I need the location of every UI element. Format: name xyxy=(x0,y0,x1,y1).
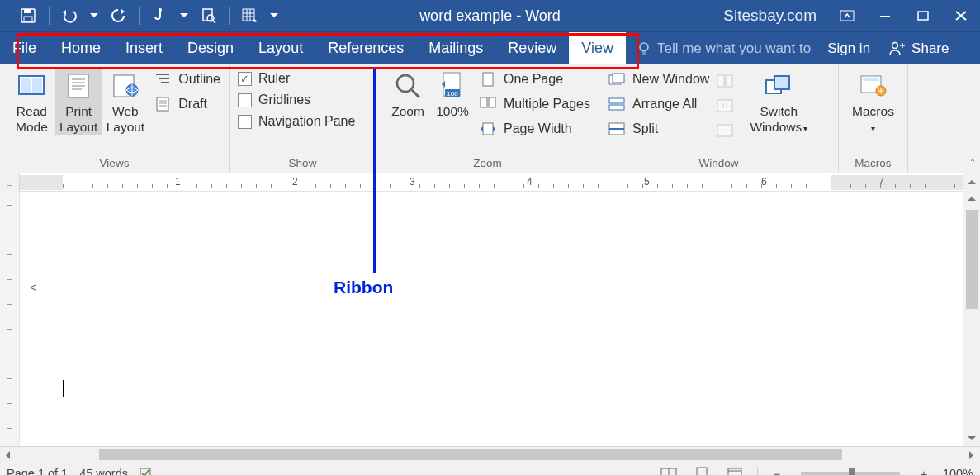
macros-button[interactable]: Macros▾ xyxy=(847,69,899,135)
tab-file[interactable]: File xyxy=(0,32,49,64)
title-bar: word example - Word Sitesbay.com xyxy=(0,0,980,31)
zoom-slider[interactable] xyxy=(801,472,900,475)
outline-button[interactable]: Outline xyxy=(154,69,220,89)
gridlines-checkbox[interactable]: Gridlines xyxy=(238,93,355,107)
quick-table-dropdown[interactable] xyxy=(267,0,282,31)
zoom-in-button[interactable]: + xyxy=(916,467,931,476)
scroll-right-button[interactable] xyxy=(963,447,980,463)
scroll-left-button[interactable] xyxy=(0,447,17,463)
zoom-out-button[interactable]: − xyxy=(769,467,784,476)
share-button[interactable]: Share xyxy=(880,32,962,64)
svg-rect-7 xyxy=(243,9,254,21)
svg-point-3 xyxy=(159,8,162,12)
web-layout-button[interactable]: Web Layout xyxy=(102,69,149,135)
read-mode-button[interactable]: Read Mode xyxy=(8,69,55,135)
navigation-pane-checkbox[interactable]: Navigation Pane xyxy=(238,114,355,129)
scrollbar-thumb[interactable] xyxy=(966,210,978,309)
tab-design[interactable]: Design xyxy=(175,32,246,64)
tab-home[interactable]: Home xyxy=(49,32,113,64)
one-page-button[interactable]: One Page xyxy=(479,69,590,89)
scroll-up-button[interactable] xyxy=(963,192,980,207)
horizontal-scrollbar[interactable] xyxy=(0,446,980,463)
redo-button[interactable] xyxy=(102,0,135,31)
vertical-ruler[interactable] xyxy=(0,192,20,446)
ribbon-display-options-button[interactable] xyxy=(828,0,866,31)
undo-dropdown[interactable] xyxy=(87,0,102,31)
annotation-label: Ribbon xyxy=(334,278,393,297)
tab-mailings[interactable]: Mailings xyxy=(416,32,495,64)
svg-rect-46 xyxy=(481,97,487,107)
close-button[interactable] xyxy=(942,0,980,31)
word-count[interactable]: 45 words xyxy=(79,467,128,475)
zoom-percent[interactable]: 100% xyxy=(943,467,973,475)
new-window-button[interactable]: New Window xyxy=(608,69,709,89)
svg-rect-12 xyxy=(840,11,854,21)
hundred-percent-button[interactable]: 100 100% xyxy=(431,69,474,135)
scroll-down-button[interactable] xyxy=(963,431,980,446)
web-layout-view-button[interactable] xyxy=(724,465,746,475)
read-mode-view-button[interactable] xyxy=(658,465,679,475)
maximize-button[interactable] xyxy=(904,0,942,31)
print-layout-view-button[interactable] xyxy=(691,465,713,475)
zoom-slider-knob[interactable] xyxy=(849,468,855,475)
svg-rect-62 xyxy=(863,78,879,81)
print-layout-button[interactable]: Print Layout xyxy=(55,69,102,135)
web-layout-icon xyxy=(111,71,140,101)
quick-table-button[interactable] xyxy=(234,0,267,31)
arrange-all-button[interactable]: Arrange All xyxy=(608,94,709,114)
page-indicator[interactable]: Page 1 of 1 xyxy=(7,467,68,475)
undo-button[interactable] xyxy=(54,0,87,31)
checkbox-empty-icon xyxy=(238,115,252,129)
tab-insert[interactable]: Insert xyxy=(113,32,175,64)
svg-rect-55 xyxy=(717,75,724,87)
h-scrollbar-thumb[interactable] xyxy=(99,449,842,460)
ruler-strip[interactable]: 1 2 3 4 5 6 7 xyxy=(20,175,963,190)
ribbon-pane: Read Mode Print Layout Web Layout xyxy=(0,64,980,173)
print-preview-button[interactable] xyxy=(192,0,225,31)
svg-point-20 xyxy=(892,42,898,48)
tab-selector[interactable]: ∟ xyxy=(0,173,20,192)
multiple-pages-button[interactable]: Multiple Pages xyxy=(479,94,590,114)
tab-layout[interactable]: Layout xyxy=(246,32,315,64)
tell-me-search[interactable]: Tell me what you want to xyxy=(626,32,817,64)
site-label: Sitesbay.com xyxy=(723,7,828,25)
tab-references[interactable]: References xyxy=(315,32,416,64)
draft-button[interactable]: Draft xyxy=(154,94,220,114)
svg-rect-51 xyxy=(609,98,624,103)
svg-rect-48 xyxy=(483,123,493,135)
document-area: < xyxy=(0,192,980,446)
svg-rect-52 xyxy=(609,105,624,110)
checkbox-checked-icon: ✓ xyxy=(238,72,252,86)
ruler-scroll-up[interactable] xyxy=(963,173,980,192)
horizontal-ruler: ∟ 1 2 3 4 5 6 7 xyxy=(0,173,980,192)
zoom-button[interactable]: Zoom xyxy=(385,69,431,135)
arrange-all-icon xyxy=(608,96,626,112)
svg-rect-14 xyxy=(918,12,928,20)
svg-line-41 xyxy=(412,90,419,97)
minimize-button[interactable] xyxy=(866,0,904,31)
split-button[interactable]: Split xyxy=(608,119,709,139)
tab-view[interactable]: View xyxy=(569,32,626,64)
group-show: ✓ Ruler Gridlines Navigation Pane Show xyxy=(230,64,376,173)
touch-mode-button[interactable] xyxy=(144,0,177,31)
svg-rect-56 xyxy=(726,75,732,87)
sign-in-link[interactable]: Sign in xyxy=(817,32,880,64)
tab-review[interactable]: Review xyxy=(495,32,569,64)
save-button[interactable] xyxy=(12,0,45,31)
qat-separator xyxy=(49,7,50,25)
magnifier-icon xyxy=(393,71,423,101)
touch-dropdown[interactable] xyxy=(177,0,192,31)
group-window: New Window Arrange All Split xyxy=(599,64,839,173)
document-canvas[interactable]: < xyxy=(20,192,963,446)
svg-point-17 xyxy=(640,43,648,51)
ruler-checkbox[interactable]: ✓ Ruler xyxy=(238,71,355,86)
svg-rect-24 xyxy=(21,78,31,93)
collapse-ribbon-button[interactable]: ˄ xyxy=(970,158,975,169)
proofing-icon[interactable] xyxy=(140,467,154,475)
vertical-scrollbar[interactable] xyxy=(963,192,980,446)
group-views-label: Views xyxy=(0,157,229,173)
share-person-icon xyxy=(888,40,905,57)
page-width-button[interactable]: Page Width xyxy=(479,119,590,139)
switch-windows-button[interactable]: Switch Windows▾ xyxy=(742,69,815,135)
ribbon-tabs: File Home Insert Design Layout Reference… xyxy=(0,31,980,64)
